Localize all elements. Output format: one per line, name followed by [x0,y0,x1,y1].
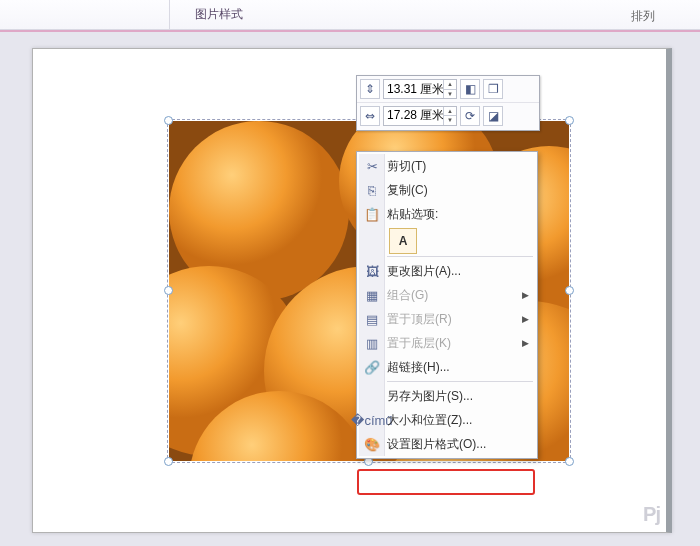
menu-format-picture-label: 设置图片格式(O)... [383,436,529,453]
submenu-arrow-icon: ▶ [522,338,529,348]
menu-copy[interactable]: ⎘ 复制(C) [359,178,535,202]
menu-bring-front-label: 置于顶层(R) [383,311,522,328]
menu-size-position[interactable]: �című 大小和位置(Z)... [359,408,535,432]
ribbon-spacer [0,0,170,29]
save-as-picture-icon [361,387,383,405]
paste-options-text: 粘贴选项: [383,206,529,223]
resize-handle-tr[interactable] [565,116,574,125]
slide-canvas[interactable]: Pj [32,48,672,533]
separator [387,381,533,382]
rotate-icon[interactable]: ⟳ [460,106,480,126]
group-label-arrange: 排列 [631,8,655,25]
paste-keep-formatting-button[interactable]: A [389,228,417,254]
resize-handle-bl[interactable] [164,457,173,466]
menu-change-picture[interactable]: 🖼 更改图片(A)... [359,259,535,283]
ribbon-accent-line [0,30,700,32]
paste-icon: 📋 [361,205,383,223]
height-value: 13.31 厘米 [387,81,444,98]
menu-copy-label: 复制(C) [383,182,529,199]
menu-save-as-picture[interactable]: 另存为图片(S)... [359,384,535,408]
menu-format-picture[interactable]: 🎨 设置图片格式(O)... [359,432,535,456]
size-position-icon: �című [361,411,383,429]
width-icon: ⇔ [360,106,380,126]
send-back-icon: ▥ [361,334,383,352]
separator [387,256,533,257]
copy-icon: ⎘ [361,181,383,199]
send-backward-icon[interactable]: ◪ [483,106,503,126]
height-icon: ⇕ [360,79,380,99]
cut-icon: ✂ [361,157,383,175]
bring-forward-icon[interactable]: ❐ [483,79,503,99]
menu-hyperlink-label: 超链接(H)... [383,359,529,376]
menu-hyperlink[interactable]: 🔗 超链接(H)... [359,355,535,379]
height-spinner[interactable]: 13.31 厘米 ▲▼ [383,79,457,99]
menu-send-back: ▥ 置于底层(K) ▶ [359,331,535,355]
width-value: 17.28 厘米 [387,107,444,124]
menu-cut-label: 剪切(T) [383,158,529,175]
width-spin-buttons[interactable]: ▲▼ [443,107,456,125]
width-spinner[interactable]: 17.28 厘米 ▲▼ [383,106,457,126]
tab-picture-style[interactable]: 图片样式 [170,0,268,29]
menu-bring-front: ▤ 置于顶层(R) ▶ [359,307,535,331]
height-spin-buttons[interactable]: ▲▼ [443,80,456,98]
hyperlink-icon: 🔗 [361,358,383,376]
resize-handle-l[interactable] [164,286,173,295]
submenu-arrow-icon: ▶ [522,314,529,324]
crop-icon[interactable]: ◧ [460,79,480,99]
format-picture-icon: 🎨 [361,435,383,453]
menu-save-as-picture-label: 另存为图片(S)... [383,388,529,405]
resize-handle-br[interactable] [565,457,574,466]
menu-change-picture-label: 更改图片(A)... [383,263,529,280]
menu-cut[interactable]: ✂ 剪切(T) [359,154,535,178]
resize-handle-r[interactable] [565,286,574,295]
submenu-arrow-icon: ▶ [522,290,529,300]
group-icon: ▦ [361,286,383,304]
bring-front-icon: ▤ [361,310,383,328]
menu-group-label: 组合(G) [383,287,522,304]
context-menu: ✂ 剪切(T) ⎘ 复制(C) 📋 粘贴选项: A 🖼 更改图片(A)... ▦… [356,151,538,459]
menu-paste-options-label: 📋 粘贴选项: [359,202,535,226]
watermark: Pj [643,503,660,526]
change-picture-icon: 🖼 [361,262,383,280]
resize-handle-tl[interactable] [164,116,173,125]
menu-send-back-label: 置于底层(K) [383,335,522,352]
menu-group: ▦ 组合(G) ▶ [359,283,535,307]
ribbon-bar: 图片样式 排列 [0,0,700,30]
mini-size-toolbar: ⇕ 13.31 厘米 ▲▼ ◧ ❐ ⇔ 17.28 厘米 ▲▼ ⟳ ◪ [356,75,540,131]
menu-size-position-label: 大小和位置(Z)... [383,412,529,429]
